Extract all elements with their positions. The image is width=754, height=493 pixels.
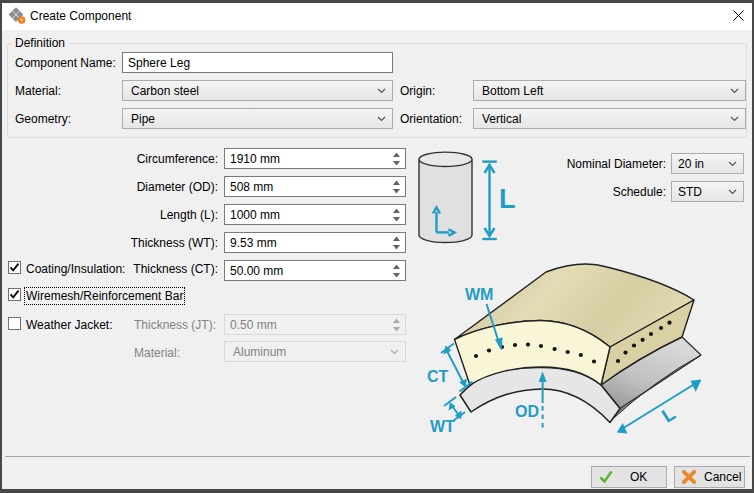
svg-text:WT: WT [430,418,455,435]
svg-text:OD: OD [515,403,539,420]
svg-text:L: L [658,402,679,426]
svg-text:CT: CT [427,368,449,385]
svg-text:L: L [499,184,516,214]
svg-text:WM: WM [465,286,493,303]
